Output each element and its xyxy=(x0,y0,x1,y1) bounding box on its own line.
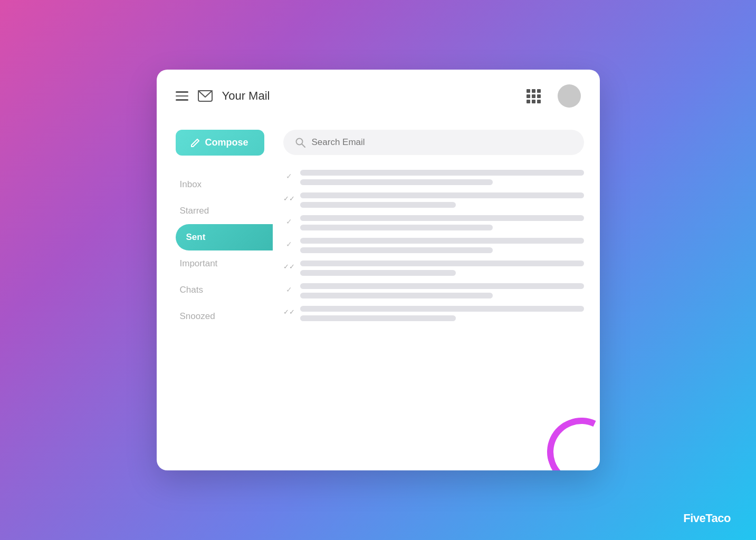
table-row: ✓✓ xyxy=(283,192,584,208)
table-row: ✓ xyxy=(283,283,584,298)
sidebar: Compose Inbox Starred Sent Important Cha… xyxy=(157,130,273,345)
email-line-secondary xyxy=(300,247,493,253)
check-icon: ✓ xyxy=(283,170,295,180)
table-row: ✓✓ xyxy=(283,261,584,276)
compose-button[interactable]: Compose xyxy=(176,130,264,156)
email-line-primary xyxy=(300,170,584,176)
svg-line-2 xyxy=(302,144,305,147)
email-content xyxy=(300,306,584,321)
table-row: ✓✓ xyxy=(283,306,584,321)
table-row: ✓ xyxy=(283,215,584,230)
sidebar-item-important[interactable]: Important xyxy=(176,250,273,277)
check-icon: ✓ xyxy=(283,215,295,226)
check-icon: ✓ xyxy=(283,283,295,294)
decorative-circle xyxy=(537,408,599,470)
email-content xyxy=(300,261,584,276)
email-line-primary xyxy=(300,238,584,244)
email-line-primary xyxy=(300,306,584,312)
email-content xyxy=(300,283,584,298)
sidebar-item-inbox[interactable]: Inbox xyxy=(176,171,273,198)
email-line-secondary xyxy=(300,270,456,276)
email-content xyxy=(300,170,584,185)
double-check-icon: ✓✓ xyxy=(283,261,295,271)
email-list: ✓ ✓✓ ✓ xyxy=(283,170,584,321)
table-row: ✓ xyxy=(283,238,584,253)
header-title: Your Mail xyxy=(222,89,517,103)
email-content xyxy=(300,238,584,253)
email-line-primary xyxy=(300,283,584,289)
check-icon: ✓ xyxy=(283,238,295,248)
body: Compose Inbox Starred Sent Important Cha… xyxy=(157,118,600,345)
nav-items: Inbox Starred Sent Important Chats Snooz… xyxy=(176,171,273,330)
sidebar-item-snoozed[interactable]: Snoozed xyxy=(176,303,273,330)
email-line-secondary xyxy=(300,225,493,230)
email-line-secondary xyxy=(300,202,456,208)
double-check-icon: ✓✓ xyxy=(283,306,295,316)
sidebar-item-sent[interactable]: Sent xyxy=(176,224,273,250)
email-content xyxy=(300,215,584,230)
sidebar-item-starred[interactable]: Starred xyxy=(176,198,273,224)
table-row: ✓ xyxy=(283,170,584,185)
user-avatar[interactable] xyxy=(558,84,581,108)
grid-icon[interactable] xyxy=(527,89,541,103)
email-line-secondary xyxy=(300,315,456,321)
email-line-primary xyxy=(300,261,584,266)
sidebar-item-chats[interactable]: Chats xyxy=(176,277,273,303)
header: Your Mail xyxy=(157,70,600,118)
email-line-secondary xyxy=(300,293,493,298)
email-line-primary xyxy=(300,192,584,198)
search-bar[interactable] xyxy=(283,130,584,155)
search-input[interactable] xyxy=(312,137,572,148)
main-content: ✓ ✓✓ ✓ xyxy=(273,130,600,345)
app-window: Your Mail Compose Inbox Starred Sent Imp… xyxy=(157,70,600,470)
hamburger-icon[interactable] xyxy=(176,91,188,101)
compose-label: Compose xyxy=(205,137,248,148)
email-content xyxy=(300,192,584,208)
double-check-icon: ✓✓ xyxy=(283,192,295,202)
email-line-primary xyxy=(300,215,584,221)
email-line-secondary xyxy=(300,179,493,185)
brand-label: FiveTaco xyxy=(683,512,731,525)
mail-icon xyxy=(198,90,213,102)
